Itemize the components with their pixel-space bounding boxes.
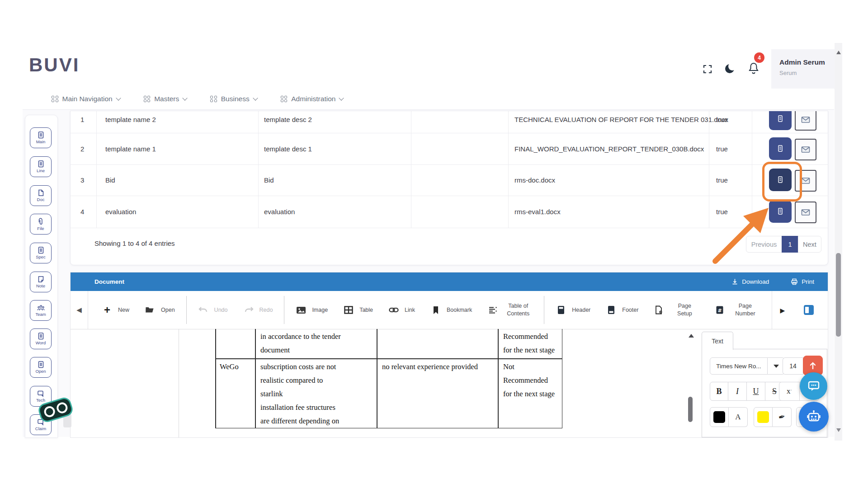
nav-main-navigation[interactable]: Main Navigation [52,95,120,103]
toolbar-link[interactable]: Link [381,306,423,314]
toolbar-table[interactable]: Table [335,306,381,314]
notifications-button[interactable] [747,61,760,75]
sidebar-label: Spec [36,254,46,259]
template-name: Bid [105,176,115,184]
document-lines-icon [38,247,44,254]
user-menu[interactable]: Admin Serum Serum [771,49,836,89]
pagination-page-1[interactable]: 1 [782,236,798,253]
open-document-button[interactable] [769,200,792,223]
sidebar-item-spec[interactable]: Spec [30,243,52,263]
image-icon [296,306,307,314]
font-family-select[interactable]: Times New Ro... [710,357,768,375]
row-number: 1 [80,116,84,123]
pen-icon: ✒ [777,411,786,422]
toolbar-redo[interactable]: Redo [236,306,281,314]
table-icon [343,306,354,314]
notification-count-badge: 4 [754,52,764,63]
font-color-swatch[interactable] [710,407,729,427]
toolbar-break[interactable]: Break [767,306,772,314]
sidebar-item-file[interactable]: File [30,214,52,235]
email-document-button[interactable] [795,139,816,160]
window-scroll-down-arrow[interactable] [836,428,841,432]
toolbar-scroll-region: + New Open Undo [88,291,772,329]
email-document-button[interactable] [795,111,816,131]
sidebar-label: File [37,226,44,231]
pagination-previous[interactable]: Previous [746,236,782,253]
toolbar-image[interactable]: Image [288,306,335,314]
toolbar-table-of-contents[interactable]: Table of Contents [480,302,540,318]
toolbar-scroll-left-button[interactable]: ◀ [71,291,88,329]
window-scrollbar-track[interactable] [835,43,842,441]
yellow-color-swatch [757,411,769,423]
sidebar-item-team[interactable]: Team [30,300,52,321]
download-icon [731,278,738,285]
template-active: true [716,145,728,153]
sidebar-item-doc[interactable]: Doc [30,185,52,206]
document-content-table[interactable]: in accordance to the tender document Rec… [215,329,562,428]
row-number: 4 [80,208,84,216]
document-lines-icon [38,160,44,168]
open-document-button[interactable] [769,137,792,160]
toolbar-header[interactable]: Header [548,305,598,314]
chevron-down-icon [116,95,121,100]
doc-scroll-up-arrow[interactable] [689,334,694,338]
toolbar-footer[interactable]: Footer [598,305,646,314]
template-name: template name 1 [105,145,156,153]
toolbar-page-number[interactable]: # Page Number [707,302,767,318]
chevron-down-icon [339,95,344,100]
highlight-pen-button[interactable]: ✒ [773,407,792,427]
italic-button[interactable]: I [728,382,747,401]
sidebar-label: Doc [37,197,45,202]
email-document-button[interactable] [795,202,816,223]
sidebar-item-line[interactable]: Line [30,156,52,177]
annotation-highlight-ring [762,162,802,202]
nav-business[interactable]: Business [210,95,257,103]
panel-toggle-icon [805,307,809,313]
doc-scrollbar-thumb[interactable] [688,397,693,422]
grid-icon [210,96,217,103]
sidebar-item-main[interactable]: Main [30,127,52,148]
bold-button[interactable]: B [710,382,728,401]
toolbar-scroll-right-button[interactable]: ▶ [776,304,789,317]
toolbar-bookmark[interactable]: Bookmark [423,306,480,314]
print-button[interactable]: Print [791,278,814,285]
template-name: evaluation [105,208,136,216]
sidebar-item-note[interactable]: Note [30,272,52,292]
window-scrollbar-thumb[interactable] [836,253,841,337]
doc-cell-text: in accordance to the tender [260,332,341,342]
showing-entries-text: Showing 1 to 4 of 4 entries [94,239,175,247]
sidebar-item-open[interactable]: Open [30,357,52,378]
toolbar-page-setup[interactable]: Page Setup [646,302,707,318]
nav-administration[interactable]: Administration [281,95,344,103]
toolbar-divider [544,296,544,324]
envelope-icon [801,146,810,153]
fullscreen-button[interactable] [701,62,714,76]
nav-masters[interactable]: Masters [144,95,187,103]
toolbar-undo[interactable]: Undo [190,306,236,314]
toggle-side-panel-button[interactable] [804,305,814,315]
robot-icon [807,410,821,423]
template-file: FINAL_WORD_EVALUATION_REPORT_TENDER_030B… [514,145,704,153]
open-document-button[interactable] [769,111,792,130]
window-scroll-up-arrow[interactable] [836,51,841,54]
font-size-input[interactable]: 14 [783,357,803,375]
sidebar-item-word[interactable]: Word [30,328,52,349]
document-lines-icon [38,131,44,139]
download-button[interactable]: Download [731,278,769,285]
superscript-button[interactable]: xʾ [779,382,800,401]
toolbar-new[interactable]: + New [94,304,137,316]
link-icon [388,307,399,313]
sidebar-label: Main [36,139,46,144]
underline-button[interactable]: U [747,382,765,401]
chat-fab[interactable] [800,372,827,400]
font-color-button[interactable]: A [729,407,748,427]
tab-text[interactable]: Text [702,332,733,350]
highlight-color-swatch[interactable] [754,407,773,427]
assistant-bot-fab[interactable] [799,402,829,432]
dark-mode-button[interactable] [723,62,737,75]
redo-icon [243,306,254,314]
document-lines-icon [38,361,44,368]
pagination-next[interactable]: Next [798,236,821,253]
toolbar-open[interactable]: Open [137,306,183,314]
sidebar-label: Note [36,283,45,288]
